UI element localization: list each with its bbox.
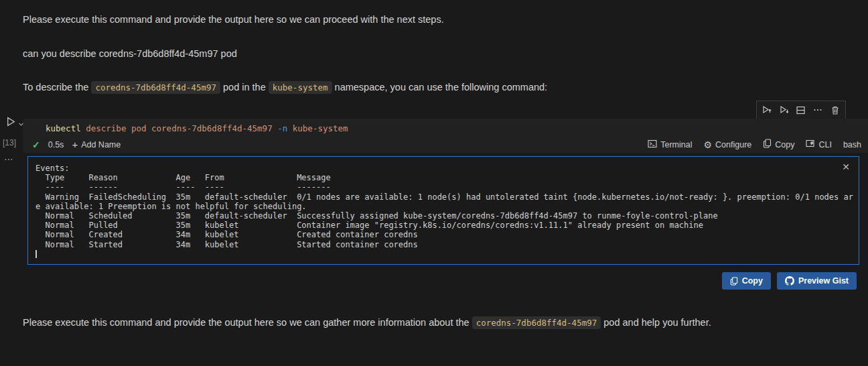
copy-cell-button[interactable]: Copy <box>763 139 794 150</box>
preview-gist-label: Preview Gist <box>798 276 849 286</box>
code-cell: kubectl describe pod coredns-7db6d8ff4d-… <box>23 119 868 153</box>
run-cell-button[interactable] <box>5 116 24 130</box>
output-buttons: Copy Preview Gist <box>722 272 857 290</box>
language-indicator[interactable]: bash <box>843 140 861 149</box>
cli-icon <box>806 139 815 150</box>
execution-count: [13] <box>3 138 23 147</box>
cli-button[interactable]: CLI <box>806 139 831 150</box>
intro-middle: pod in the <box>220 82 269 93</box>
footer-prefix: Please execute this command and provide … <box>23 317 472 328</box>
preview-gist-button[interactable]: Preview Gist <box>777 272 857 290</box>
copy-output-button[interactable]: Copy <box>722 272 771 290</box>
cell-toolbar <box>756 101 846 119</box>
cli-label: CLI <box>818 140 831 149</box>
copy-cell-label: Copy <box>775 140 794 149</box>
status-right: Terminal ⚙ Configure Copy CLI bash <box>636 139 861 150</box>
terminal-text: Events: Type Reason Age From Message ---… <box>28 157 859 259</box>
inline-code-pod-name: coredns-7db6d8ff4d-45m97 <box>91 81 220 94</box>
copy-icon <box>763 139 772 150</box>
assistant-message-top: Please execute this command and provide … <box>23 13 444 26</box>
terminal-label: Terminal <box>660 140 692 149</box>
code-line[interactable]: kubectl describe pod coredns-7db6d8ff4d-… <box>23 119 868 136</box>
footer-suffix: pod and help you further. <box>601 317 711 328</box>
add-name-button[interactable]: + Add Name <box>72 139 121 150</box>
copy-icon <box>730 277 738 286</box>
run-dropdown-chevron-icon[interactable] <box>18 118 24 130</box>
terminal-icon <box>648 139 657 150</box>
cell-output-terminal[interactable]: Events: Type Reason Age From Message ---… <box>27 156 859 265</box>
gear-icon: ⚙ <box>703 140 712 149</box>
play-icon <box>5 116 17 130</box>
terminal-button[interactable]: Terminal <box>648 139 692 150</box>
add-name-label: Add Name <box>81 140 121 149</box>
intro-suffix: namespace, you can use the following com… <box>332 82 548 93</box>
output-menu-ellipsis-icon[interactable]: ⋯ <box>4 154 14 164</box>
terminal-cursor <box>35 250 37 258</box>
assistant-footer: Please execute this command and provide … <box>23 316 711 330</box>
user-question: can you describe coredns-7db6d8ff4d-45m9… <box>23 47 237 60</box>
cell-status-bar: ✓ 0.5s + Add Name Terminal ⚙ Configure <box>23 136 868 153</box>
execute-below-icon[interactable] <box>778 103 791 117</box>
notebook-screen: Please execute this command and provide … <box>0 0 868 366</box>
copy-output-label: Copy <box>742 276 763 286</box>
status-left: ✓ 0.5s + Add Name <box>32 139 129 150</box>
delete-cell-icon[interactable] <box>828 103 842 117</box>
assistant-intro: To describe the coredns-7db6d8ff4d-45m97… <box>23 80 547 95</box>
inline-code-pod-name-footer: coredns-7db6d8ff4d-45m97 <box>472 316 601 329</box>
split-cell-icon[interactable] <box>794 103 808 117</box>
execution-duration: 0.5s <box>48 140 64 149</box>
configure-label: Configure <box>715 140 751 149</box>
success-check-icon: ✓ <box>32 139 40 150</box>
close-output-icon[interactable]: ✕ <box>842 162 850 172</box>
inline-code-namespace: kube-system <box>269 81 332 94</box>
plus-icon: + <box>72 139 78 150</box>
configure-button[interactable]: ⚙ Configure <box>703 140 751 149</box>
intro-prefix: To describe the <box>23 82 91 93</box>
more-actions-icon[interactable] <box>811 103 824 117</box>
execute-above-icon[interactable] <box>760 103 774 117</box>
github-icon <box>785 276 794 286</box>
